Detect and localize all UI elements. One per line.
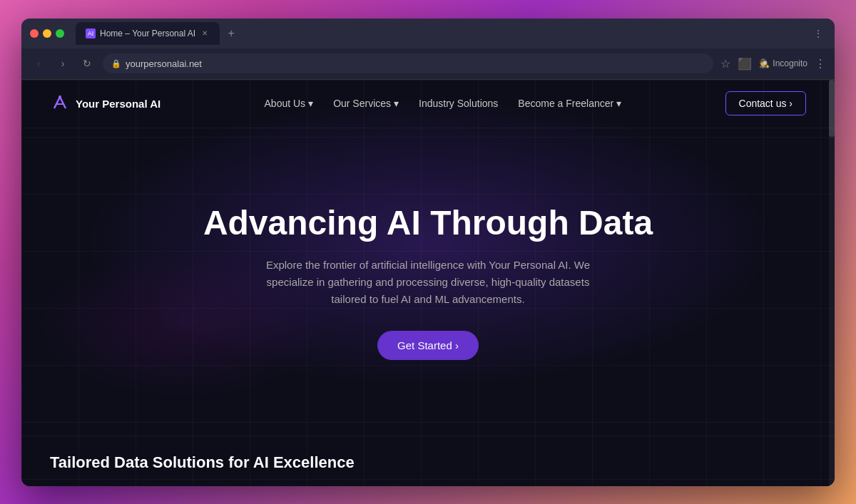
logo-text: Your Personal AI [76,98,160,110]
tab-close-button[interactable]: ✕ [200,29,210,38]
bottom-title: Tailored Data Solutions for AI Excellenc… [50,453,806,472]
back-button[interactable]: ‹ [30,55,47,72]
url-bar[interactable]: 🔒 yourpersonalai.net [103,53,713,73]
browser-menu-icon[interactable]: ⋮ [815,57,826,71]
site-navbar: Your Personal AI About Us ▾ Our Services… [21,80,835,128]
reload-button[interactable]: ↻ [78,55,96,72]
menu-icon[interactable]: ⋮ [810,25,826,42]
site-logo[interactable]: Your Personal AI [50,93,160,113]
nav-about[interactable]: About Us ▾ [265,98,314,109]
maximize-button[interactable] [56,29,64,38]
nav-freelancer[interactable]: Become a Freelancer ▾ [518,98,621,109]
incognito-icon: 🕵 [759,58,770,68]
chevron-down-icon: ▾ [394,98,399,109]
lock-icon: 🔒 [111,59,121,68]
incognito-badge: 🕵 Incognito [759,58,807,68]
browser-window: AI Home – Your Personal AI ✕ + ⋮ ‹ › ↻ 🔒… [21,19,835,486]
tab-area: AI Home – Your Personal AI ✕ + [76,22,805,45]
svg-point-0 [58,96,61,98]
nav-links: About Us ▾ Our Services ▾ Industry Solut… [265,98,622,109]
traffic-lights [30,29,64,38]
hero-subtitle: Explore the frontier of artificial intel… [257,257,599,308]
title-bar: AI Home – Your Personal AI ✕ + ⋮ [21,19,835,48]
tab-title: Home – Your Personal AI [100,29,195,38]
address-bar-right: ☆ ⬛ 🕵 Incognito ⋮ [720,57,826,71]
active-tab[interactable]: AI Home – Your Personal AI ✕ [76,22,220,45]
bookmark-icon[interactable]: ☆ [720,57,730,71]
tab-favicon: AI [86,29,96,38]
website-content: Your Personal AI About Us ▾ Our Services… [21,80,835,486]
get-started-button[interactable]: Get Started › [377,331,479,360]
forward-button[interactable]: › [54,55,71,72]
address-bar: ‹ › ↻ 🔒 yourpersonalai.net ☆ ⬛ 🕵 Incogni… [21,48,835,80]
incognito-label: Incognito [773,58,807,68]
hero-section: Advancing AI Through Data Explore the fr… [21,128,835,436]
nav-services[interactable]: Our Services ▾ [333,98,399,109]
bottom-section: Tailored Data Solutions for AI Excellenc… [21,436,835,486]
new-tab-button[interactable]: + [223,25,240,42]
chevron-down-icon: ▾ [308,98,313,109]
contact-us-button[interactable]: Contact us › [725,91,806,115]
close-button[interactable] [30,29,39,38]
nav-industry[interactable]: Industry Solutions [419,98,498,109]
title-bar-right: ⋮ [810,25,826,42]
logo-icon [50,93,70,113]
url-text: yourpersonalai.net [126,58,202,69]
hero-title: Advancing AI Through Data [203,203,653,242]
minimize-button[interactable] [43,29,51,38]
extensions-icon[interactable]: ⬛ [738,57,752,71]
chevron-down-icon: ▾ [616,98,621,109]
